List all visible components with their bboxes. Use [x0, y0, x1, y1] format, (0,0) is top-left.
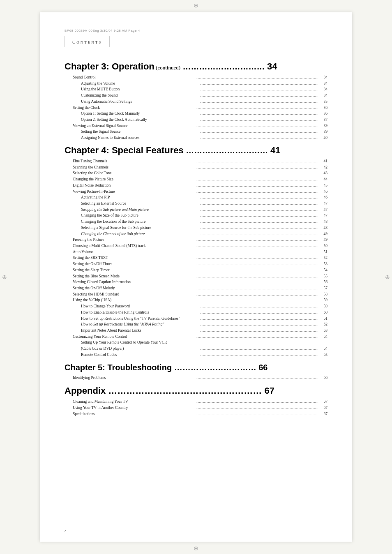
toc-entry-ch4-4: Digital Noise Reduction45 [65, 182, 327, 189]
chapter-dots: ………………………… [180, 62, 267, 71]
toc-container: Chapter 3: Operation (continued) …………………… [65, 61, 327, 417]
dots-fill [200, 132, 318, 133]
page-ref: 48 [319, 225, 327, 231]
toc-entry-ch3-8: Viewing an External Signal Source39 [65, 123, 327, 129]
entry-label: Auto Volume [65, 249, 195, 255]
toc-entry-ch4-19: Setting the Blue Screen Mode55 [65, 273, 327, 279]
header-info: BP68-00289A-00Eng 3/30/04 9:28 AM Page 4 [65, 29, 327, 32]
entry-label: Selecting an External Source [65, 201, 199, 207]
dots-fill [196, 283, 318, 283]
page-ref: 61 [319, 316, 327, 322]
toc-entry-ch3-10: Assigning Names to External sources40 [65, 135, 327, 141]
toc-entry-ch4-31: (Cable box or DVD player)64 [65, 346, 327, 352]
dots-fill [196, 108, 318, 109]
chapter-title: Appendix [65, 385, 106, 396]
reg-bottom-center: ⊕ [194, 545, 198, 552]
entry-label: Freezing the Picture [65, 237, 195, 243]
dots-fill [196, 277, 318, 277]
page-ref: 37 [319, 117, 327, 123]
entry-label: Using Automatic Sound Settings [65, 99, 199, 105]
entry-label: (Cable box or DVD player) [65, 346, 199, 352]
dots-fill [200, 325, 318, 325]
page-ref: 34 [319, 74, 327, 81]
entry-label: Setting the Signal Source [65, 129, 199, 135]
dots-fill [200, 331, 318, 332]
page-ref: 45 [319, 182, 327, 189]
chapter-page: 41 [270, 145, 280, 155]
dots-fill [196, 271, 318, 271]
toc-entry-ch4-29: Customizing Your Remote Control64 [65, 334, 327, 340]
entry-label: Option 2: Setting the Clock Automaticall… [65, 117, 199, 123]
chapter-heading-ch4: Chapter 4: Special Features ………………………… 4… [65, 145, 327, 156]
toc-entry-ch4-14: Choosing a Multi-Channel Sound (MTS) tra… [65, 243, 327, 249]
toc-entry-ch4-15: Auto Volume51 [65, 249, 327, 255]
page-ref: 56 [319, 279, 327, 285]
dots-fill [200, 204, 318, 205]
dots-fill [200, 222, 318, 223]
page-ref: 52 [319, 255, 327, 261]
dots-fill [196, 415, 318, 415]
page-ref: 41 [319, 158, 327, 164]
page: BP68-00289A-00Eng 3/30/04 9:28 AM Page 4… [40, 12, 352, 542]
dots-fill [200, 319, 318, 320]
dots-fill [196, 265, 318, 265]
page-ref: 34 [319, 81, 327, 87]
dots-fill [200, 114, 318, 115]
dots-fill [200, 216, 318, 217]
dots-fill [196, 192, 318, 193]
entry-label: Viewing Picture-In-Picture [65, 189, 195, 195]
dots-fill [200, 229, 318, 229]
page-ref: 48 [319, 219, 327, 225]
dots-fill [196, 240, 318, 241]
toc-entry-ch4-24: How to Change Your Password59 [65, 303, 327, 309]
toc-entry-ch4-2: Selecting the Color Tone43 [65, 170, 327, 176]
dots-fill [200, 138, 318, 139]
toc-entry-ch4-3: Changing the Picture Size44 [65, 176, 327, 182]
page-ref: 63 [319, 328, 327, 334]
toc-entry-ch4-25: How to Enable/Disable the Rating Control… [65, 309, 327, 316]
chapter-heading-ch5: Chapter 5: Troubleshooting ………………………… 66 [65, 363, 327, 372]
dots-fill [196, 301, 318, 301]
chapter-continued: (continued) [154, 65, 180, 71]
chapter-heading-app: Appendix …………………………………………… 67 [65, 385, 327, 396]
entry-label: Changing the Picture Size [65, 176, 195, 182]
page-ref: 59 [319, 297, 327, 303]
chapter-page: 66 [258, 363, 267, 372]
page-ref: 47 [319, 207, 327, 213]
chapter-title: Chapter 5: Troubleshooting [65, 363, 172, 372]
contents-box: CONTENTS [65, 36, 110, 47]
dots-fill [200, 307, 318, 307]
toc-entry-ch3-5: Setting the Clock36 [65, 105, 327, 111]
page-ref: 67 [319, 405, 327, 411]
page-ref: 47 [319, 212, 327, 219]
dots-fill [200, 102, 318, 103]
entry-label: Setting the Blue Screen Mode [65, 273, 195, 279]
toc-entry-ch4-20: Viewing Closed Caption Information56 [65, 279, 327, 285]
entry-label: Swapping the Sub picture and Main pictur… [65, 207, 199, 213]
page-ref: 40 [319, 135, 327, 141]
page-ref: 50 [319, 243, 327, 249]
entry-label: Remote Control Codes [65, 352, 199, 358]
dots-fill [196, 379, 318, 379]
toc-entry-ch4-32: Remote Control Codes65 [65, 352, 327, 358]
entry-label: Assigning Names to External sources [65, 135, 199, 141]
entry-label: Activating the PIP [65, 194, 199, 201]
page-ref: 43 [319, 170, 327, 176]
entry-label: Viewing an External Signal Source [65, 123, 195, 129]
entry-label: Option 1: Setting the Clock Manually [65, 111, 199, 117]
toc-entry-ch4-27: How to Set up Restrictions Using the "MP… [65, 321, 327, 328]
page-ref: 60 [319, 309, 327, 316]
chapter-title: Chapter 4: Special Features [65, 145, 184, 155]
page-ref: 54 [319, 267, 327, 273]
entry-label: Changing the Channel of the Sub picture [65, 231, 199, 237]
page-ref: 46 [319, 189, 327, 195]
chapter-title: Chapter 3: Operation (continued) [65, 61, 180, 72]
page-ref: 36 [319, 105, 327, 111]
footer-page-number: 4 [65, 529, 67, 533]
page-ref: 58 [319, 291, 327, 298]
entry-label: Selecting the Color Tone [65, 170, 195, 176]
page-ref: 44 [319, 176, 327, 182]
toc-entry-ch3-6: Option 1: Setting the Clock Manually36 [65, 111, 327, 117]
reg-right-center: ⊕ [385, 274, 390, 281]
toc-entry-ch5-0: Identifying Problems66 [65, 375, 327, 381]
